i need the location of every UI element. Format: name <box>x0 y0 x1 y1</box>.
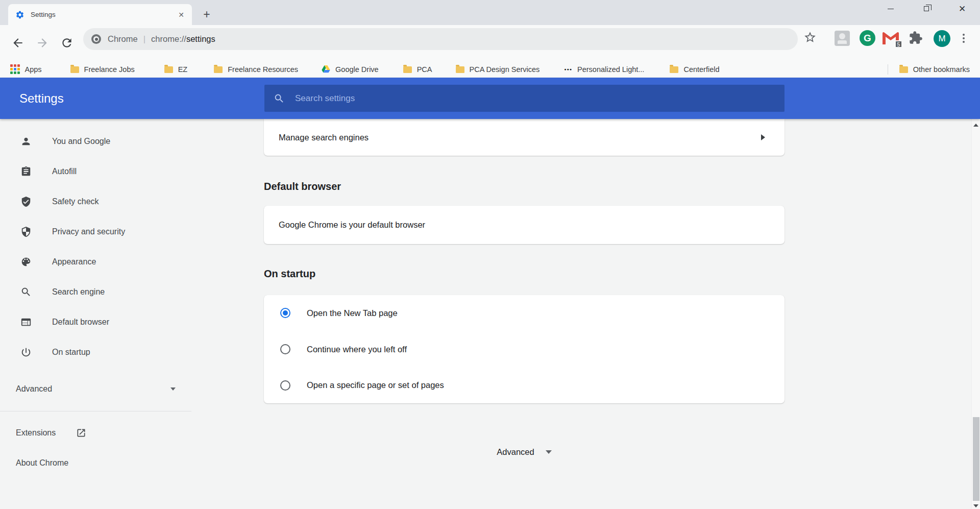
advanced-expander-label: Advanced <box>497 447 534 457</box>
advanced-expander[interactable]: Advanced <box>264 441 785 463</box>
sidebar-item-on-startup[interactable]: On startup <box>0 337 192 367</box>
folder-icon <box>899 66 908 73</box>
chrome-logo-icon <box>91 34 101 44</box>
minimize-button[interactable] <box>873 0 909 17</box>
dots-favicon: ●●● <box>564 67 572 71</box>
window-close-button[interactable]: ✕ <box>944 0 980 17</box>
manage-search-engines-row[interactable]: Manage search engines <box>264 119 785 156</box>
bookmark-label: Google Drive <box>335 65 379 74</box>
palette-icon <box>20 256 32 268</box>
settings-search-input[interactable]: Search settings <box>264 85 785 112</box>
sidebar-item-label: Safety check <box>52 197 99 206</box>
sidebar-extensions-label: Extensions <box>16 428 56 438</box>
bookmark-label: PCA <box>417 65 432 74</box>
startup-option-new-tab[interactable]: Open the New Tab page <box>264 295 785 331</box>
default-browser-card: Google Chrome is your default browser <box>264 206 785 244</box>
maximize-button[interactable] <box>909 0 944 17</box>
sidebar-item-you-and-google[interactable]: You and Google <box>0 126 192 156</box>
sidebar-item-safety-check[interactable]: Safety check <box>0 186 192 216</box>
other-bookmarks-folder[interactable]: Other bookmarks <box>895 64 974 75</box>
bookmark-folder[interactable]: Centerfield <box>666 64 723 75</box>
scrollbar-down-arrow-icon[interactable] <box>973 504 978 507</box>
bookmark-personalized-light[interactable]: ●●● Personalized Light... <box>560 64 648 75</box>
person-icon <box>20 136 32 147</box>
gmail-unread-badge: 5 <box>895 40 902 48</box>
vertical-scrollbar[interactable] <box>971 119 980 509</box>
shield-half-icon <box>20 226 32 237</box>
back-button[interactable] <box>11 36 24 50</box>
bookmark-label: Freelance Resources <box>228 65 298 74</box>
search-icon <box>274 93 285 104</box>
folder-icon <box>670 66 678 73</box>
window-controls: ✕ <box>873 0 980 20</box>
chevron-down-icon <box>170 387 176 391</box>
tab-title: Settings <box>31 11 177 18</box>
startup-option-label: Continue where you left off <box>307 345 407 354</box>
omnibox-site-label: Chrome <box>108 34 138 44</box>
bookmarks-bar: Apps Freelance Jobs EZ Freelance Resourc… <box>0 61 980 78</box>
bookmark-label: Personalized Light... <box>577 65 644 74</box>
new-tab-button[interactable]: + <box>199 7 214 22</box>
google-drive-icon <box>322 65 330 73</box>
omnibox[interactable]: Chrome | chrome:// settings <box>83 28 798 50</box>
apps-shortcut[interactable]: Apps <box>0 63 46 76</box>
omnibox-url-host: settings <box>186 34 215 44</box>
other-bookmarks-label: Other bookmarks <box>913 65 970 74</box>
folder-icon <box>70 66 79 73</box>
bookmark-google-drive[interactable]: Google Drive <box>317 64 383 75</box>
clipboard-icon <box>20 166 32 177</box>
folder-icon <box>214 66 223 73</box>
chevron-right-icon <box>761 134 765 140</box>
tab-close-icon[interactable]: ✕ <box>177 10 186 19</box>
settings-header: Settings Search settings <box>0 78 980 119</box>
default-browser-heading: Default browser <box>264 181 341 192</box>
tab-strip: Settings ✕ + ✕ <box>0 0 980 25</box>
sidebar-divider <box>0 411 191 411</box>
sidebar-item-label: Autofill <box>52 167 77 176</box>
contact-extension-icon[interactable] <box>835 31 850 46</box>
forward-button[interactable] <box>36 36 49 50</box>
sidebar-item-label: You and Google <box>52 137 110 146</box>
bookmark-folder[interactable]: EZ <box>160 64 192 75</box>
radio-unselected-icon[interactable] <box>280 344 290 354</box>
radio-selected-icon[interactable] <box>280 308 290 318</box>
startup-option-specific-pages[interactable]: Open a specific page or set of pages <box>264 367 785 403</box>
manage-search-engines-label: Manage search engines <box>279 133 369 142</box>
startup-option-continue[interactable]: Continue where you left off <box>264 331 785 368</box>
sidebar-item-label: Appearance <box>52 257 96 266</box>
scrollbar-up-arrow-icon[interactable] <box>973 124 978 127</box>
sidebar-item-label: Privacy and security <box>52 227 125 236</box>
extensions-puzzle-icon[interactable] <box>909 31 923 45</box>
sidebar-item-label: On startup <box>52 348 90 357</box>
profile-avatar[interactable]: M <box>934 30 950 47</box>
bookmark-label: PCA Design Services <box>470 65 540 74</box>
settings-page-body: You and Google Autofill Safety check Pri… <box>0 119 980 509</box>
bookmark-folder[interactable]: Freelance Resources <box>210 64 302 75</box>
sidebar-item-extensions[interactable]: Extensions <box>0 418 192 448</box>
bookmark-folder[interactable]: Freelance Jobs <box>66 64 139 75</box>
power-icon <box>20 347 32 358</box>
bookmark-star-icon[interactable] <box>803 31 817 44</box>
browser-menu-icon[interactable] <box>963 32 965 44</box>
bookmark-folder[interactable]: PCA Design Services <box>452 64 544 75</box>
reload-button[interactable] <box>60 36 74 50</box>
tab-settings[interactable]: Settings ✕ <box>8 4 192 25</box>
shield-check-icon <box>20 196 32 207</box>
sidebar-advanced-expander[interactable]: Advanced <box>0 374 192 404</box>
radio-unselected-icon[interactable] <box>280 380 290 391</box>
sidebar-item-search-engine[interactable]: Search engine <box>0 277 192 307</box>
sidebar-item-default-browser[interactable]: Default browser <box>0 307 192 337</box>
bookmark-folder[interactable]: PCA <box>399 64 436 75</box>
bookmark-label: EZ <box>178 65 188 74</box>
sidebar-item-autofill[interactable]: Autofill <box>0 156 192 186</box>
grammarly-extension-icon[interactable]: G <box>860 30 875 46</box>
browser-window: Settings ✕ + ✕ Chrome | chrome:// settin… <box>0 0 980 509</box>
sidebar-advanced-label: Advanced <box>16 384 52 394</box>
on-startup-heading: On startup <box>264 268 315 280</box>
scrollbar-thumb[interactable] <box>973 417 979 501</box>
sidebar-item-privacy-security[interactable]: Privacy and security <box>0 216 192 247</box>
sidebar-item-appearance[interactable]: Appearance <box>0 247 192 277</box>
gmail-extension-icon[interactable]: 5 <box>883 32 899 44</box>
sidebar-item-about-chrome[interactable]: About Chrome <box>0 448 192 478</box>
bookmark-label: Freelance Jobs <box>84 65 135 74</box>
